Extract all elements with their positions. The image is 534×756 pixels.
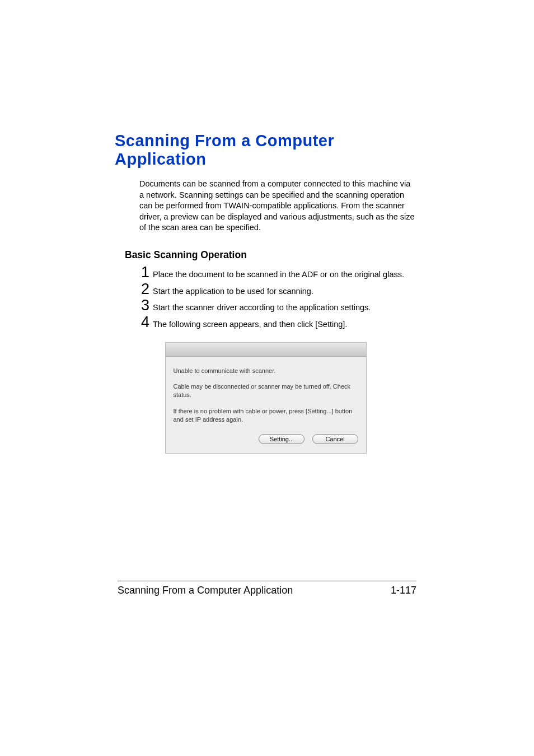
page-footer: Scanning From a Computer Application 1-1… <box>118 581 416 596</box>
dialog-titlebar <box>166 343 366 357</box>
step-item: 4 The following screen appears, and then… <box>136 314 416 331</box>
step-number: 4 <box>136 314 149 331</box>
dialog-message-line: If there is no problem with cable or pow… <box>174 407 358 424</box>
cancel-button[interactable]: Cancel <box>312 434 358 444</box>
setting-button[interactable]: Setting... <box>259 434 305 444</box>
step-text: Start the application to be used for sca… <box>153 286 416 297</box>
step-list: 1 Place the document to be scanned in th… <box>136 264 416 331</box>
step-number: 3 <box>136 297 149 314</box>
document-page: Scanning From a Computer Application Doc… <box>0 0 534 756</box>
step-text: Place the document to be scanned in the … <box>153 269 416 280</box>
step-item: 3 Start the scanner driver according to … <box>136 297 416 314</box>
step-item: 1 Place the document to be scanned in th… <box>136 264 416 281</box>
step-text: The following screen appears, and then c… <box>153 319 416 330</box>
intro-paragraph: Documents can be scanned from a computer… <box>139 179 416 234</box>
dialog-message-line: Cable may be disconnected or scanner may… <box>174 382 358 399</box>
subsection-heading: Basic Scanning Operation <box>125 249 416 261</box>
dialog-message-line: Unable to communicate with scanner. <box>174 367 358 375</box>
step-text: Start the scanner driver according to th… <box>153 302 416 313</box>
page-number: 1-117 <box>391 585 416 596</box>
section-heading: Scanning From a Computer Application <box>115 132 416 169</box>
step-item: 2 Start the application to be used for s… <box>136 281 416 298</box>
step-number: 1 <box>136 264 149 281</box>
dialog-body: Unable to communicate with scanner. Cabl… <box>166 357 366 453</box>
scanner-error-dialog: Unable to communicate with scanner. Cabl… <box>165 342 367 454</box>
footer-title: Scanning From a Computer Application <box>118 585 293 596</box>
step-number: 2 <box>136 281 149 298</box>
dialog-button-row: Setting... Cancel <box>174 434 358 444</box>
